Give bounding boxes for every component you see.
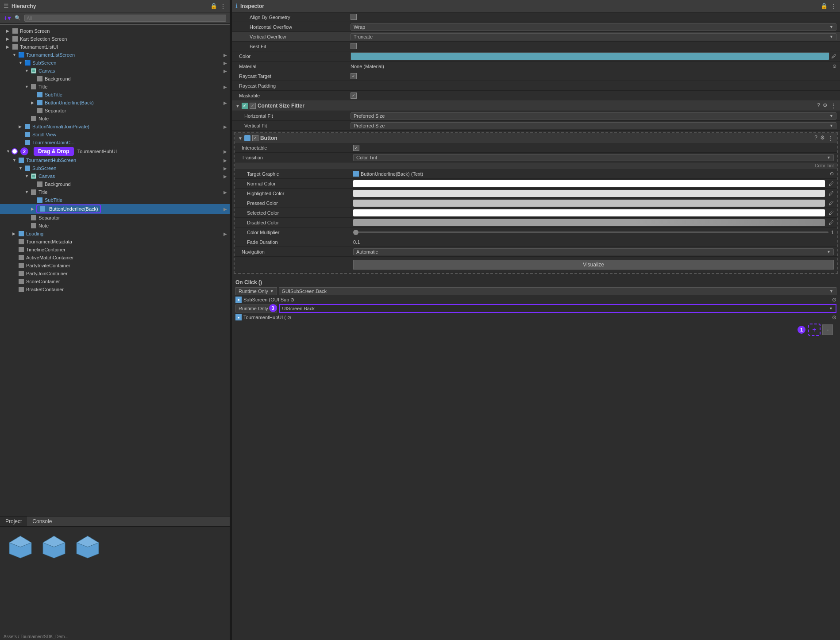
console-tab[interactable]: Console <box>27 517 57 526</box>
interactable-checkbox[interactable] <box>353 145 359 151</box>
tree-item-button-normal[interactable]: ▶ ButtonNormal(JoinPrivate) ▶ <box>0 123 230 131</box>
content-size-fitter-help[interactable]: ? <box>817 102 820 109</box>
inspector-more-icon[interactable]: ⋮ <box>830 3 836 10</box>
navigation-dropdown[interactable]: Automatic ▼ <box>353 248 834 255</box>
onclick-runtime-1[interactable]: Runtime Only ▼ <box>235 287 277 295</box>
highlighted-color-swatch[interactable] <box>353 190 825 197</box>
normal-color-swatch[interactable] <box>353 180 825 187</box>
content-size-fitter-header[interactable]: ▼ ✔ Content Size Fitter ? ⚙ ⋮ <box>232 100 840 111</box>
separator2-label: Separator <box>39 215 60 220</box>
button-more[interactable]: ⋮ <box>828 135 834 142</box>
tree-item-separator2[interactable]: Separator <box>0 214 230 222</box>
tree-item-kart-selection[interactable]: ▶ Kart Selection Screen <box>0 35 230 43</box>
transition-dropdown[interactable]: Color Tint ▼ <box>353 154 834 161</box>
button-settings[interactable]: ⚙ <box>820 135 825 142</box>
tree-item-title1[interactable]: ▼ Title ▶ <box>0 83 230 91</box>
more-options-icon[interactable]: ⋮ <box>220 3 226 10</box>
tree-item-subscreen2[interactable]: ▼ SubScreen ▶ <box>0 164 230 172</box>
highlighted-color-eyedropper[interactable]: 🖊 <box>828 190 834 197</box>
normal-color-eyedropper[interactable]: 🖊 <box>828 181 834 187</box>
horizontal-fit-dropdown[interactable]: Preferred Size ▼ <box>351 112 836 120</box>
color-swatch[interactable] <box>351 52 829 60</box>
tree-item-room-screen[interactable]: ▶ Room Screen <box>0 27 230 35</box>
tree-item-tournament-hub-screen[interactable]: ▼ TournamentHubScreen ▶ <box>0 156 230 164</box>
add-onclick-button[interactable]: + <box>808 324 821 336</box>
tree-item-note1[interactable]: Note <box>0 115 230 123</box>
tree-item-tournament-list-screen[interactable]: ▼ 🟦 TournamentListScreen ▶ <box>0 51 230 59</box>
tree-item-subtitle2[interactable]: SubTitle <box>0 196 230 204</box>
tree-item-tournament-hub-ui[interactable]: ▼ 2 Drag & Drop TournamentHubUI ▶ <box>0 147 230 156</box>
tree-item-note2[interactable]: Note <box>0 222 230 230</box>
tree-item-scroll-view[interactable]: Scroll View <box>0 131 230 139</box>
title2-label: Title <box>39 189 47 195</box>
tree-item-subscreen1[interactable]: ▼ 🟦 SubScreen ▶ <box>0 59 230 67</box>
lock-icon[interactable]: 🔒 <box>210 3 217 9</box>
content-size-fitter-settings[interactable]: ⚙ <box>823 102 828 109</box>
best-fit-checkbox[interactable] <box>351 43 836 50</box>
vertical-overflow-dropdown[interactable]: Truncate ▼ <box>351 33 836 40</box>
badge-2: 2 <box>20 147 28 155</box>
tree-item-background2[interactable]: Background <box>0 180 230 188</box>
onclick-ref1-btn[interactable]: ⊙ <box>832 297 836 303</box>
tree-item-timeline-container[interactable]: TimelineContainer <box>0 246 230 254</box>
onclick-function-1[interactable]: GUISubScreen.Back ▼ <box>279 287 836 295</box>
button-help[interactable]: ? <box>814 135 817 142</box>
vertical-overflow-row: Vertical Overflow Truncate ▼ <box>232 32 840 42</box>
content-size-fitter-toggle[interactable]: ▼ <box>235 104 240 108</box>
color-eyedropper[interactable]: 🖊 <box>831 53 836 59</box>
align-by-geometry-checkbox[interactable] <box>351 14 357 20</box>
disabled-color-eyedropper[interactable]: 🖊 <box>828 220 834 226</box>
target-graphic-target-btn[interactable]: ⊙ <box>830 171 834 177</box>
tree-item-tournament-join[interactable]: TournamentJoinC... <box>0 139 230 147</box>
maskable-checkbox[interactable] <box>351 93 357 99</box>
tree-item-background1[interactable]: Background <box>0 75 230 83</box>
selected-color-eyedropper[interactable]: 🖊 <box>828 210 834 216</box>
party-join-label: PartyJoinContainer <box>26 271 68 276</box>
vertical-overflow-value[interactable]: Truncate ▼ <box>351 33 836 40</box>
button-enabled[interactable] <box>252 135 258 141</box>
visualize-button[interactable]: Visualize <box>353 260 834 270</box>
tree-item-score-container[interactable]: ScoreContainer <box>0 278 230 285</box>
pressed-color-eyedropper[interactable]: 🖊 <box>828 200 834 206</box>
add-button[interactable]: +▾ <box>4 14 11 22</box>
onclick-ref2-btn[interactable]: ⊙ <box>832 314 836 320</box>
tree-item-canvas2[interactable]: ▼ Canvas ▶ <box>0 172 230 180</box>
tree-item-tournament-list-ui[interactable]: ▶ TournamentListUI <box>0 43 230 51</box>
tree-item-loading[interactable]: ▶ Loading ▶ <box>0 230 230 238</box>
hierarchy-search-input[interactable] <box>24 15 226 22</box>
content-size-fitter-enabled[interactable] <box>250 103 256 109</box>
tree-item-button-underline-selected[interactable]: ▶ ButtonUnderline(Back) ▶ <box>0 204 230 214</box>
tree-item-separator1[interactable]: Separator <box>0 107 230 115</box>
content-size-fitter-more[interactable]: ⋮ <box>830 102 836 109</box>
hierarchy-panel: ☰ Hierarchy 🔒 ⋮ +▾ 🔍 ▶ Room Screen <box>0 0 230 640</box>
interactable-label: Interactable <box>238 145 353 150</box>
tree-item-tournament-metadata[interactable]: TournamentMetadata <box>0 238 230 246</box>
tree-item-party-invite[interactable]: PartyInviteContainer <box>0 262 230 270</box>
inspector-lock-icon[interactable]: 🔒 <box>821 3 828 9</box>
vertical-overflow-label: Vertical Overflow <box>235 34 351 39</box>
horizontal-overflow-dropdown[interactable]: Wrap ▼ <box>351 23 836 31</box>
remove-onclick-button[interactable]: - <box>822 324 833 335</box>
horizontal-overflow-value[interactable]: Wrap ▼ <box>351 23 836 31</box>
tree-item-bracket-container[interactable]: BracketContainer <box>0 285 230 293</box>
tree-item-active-match[interactable]: ActiveMatchContainer <box>0 254 230 262</box>
tree-item-button-underline-back1[interactable]: ▶ ButtonUnderline(Back) ▶ <box>0 99 230 107</box>
content-size-fitter-icon: ✔ <box>242 103 248 109</box>
project-tab[interactable]: Project <box>0 517 27 526</box>
color-multiplier-slider[interactable] <box>353 231 828 233</box>
pressed-color-swatch[interactable] <box>353 200 825 207</box>
hierarchy-search-bar: +▾ 🔍 <box>0 12 230 24</box>
material-target-btn[interactable]: ⊙ <box>832 63 836 69</box>
onclick-ref-1: ■ SubScreen (GUI Sub ⊙ ⊙ <box>235 297 836 303</box>
tree-item-subtitle1[interactable]: SubTitle <box>0 91 230 99</box>
disabled-color-swatch[interactable] <box>353 219 825 226</box>
vertical-fit-dropdown[interactable]: Preferred Size ▼ <box>351 122 836 129</box>
tree-item-canvas1[interactable]: ▼ Canvas ▶ <box>0 67 230 75</box>
tree-item-title2[interactable]: ▼ Title ▶ <box>0 188 230 196</box>
button-section-header[interactable]: ▼ Button ? ⚙ ⋮ <box>235 133 837 143</box>
tree-item-party-join[interactable]: PartyJoinContainer <box>0 270 230 278</box>
onclick-function-2-highlighted[interactable]: UIScreen.Back ▼ <box>279 304 836 313</box>
raycast-target-checkbox[interactable] <box>351 73 357 79</box>
selected-color-swatch[interactable] <box>353 209 825 216</box>
button-toggle[interactable]: ▼ <box>238 136 243 141</box>
